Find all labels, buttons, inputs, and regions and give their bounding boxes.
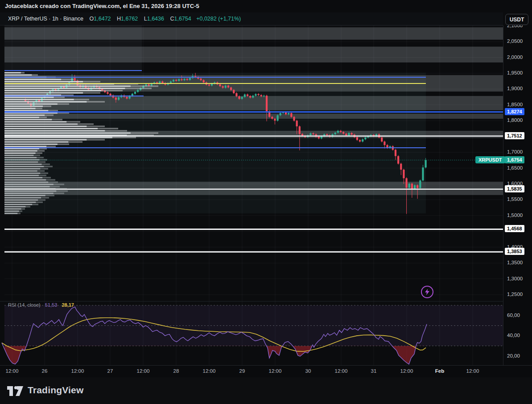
price-axis-label: 1,6500 <box>507 165 523 171</box>
price-level-badge: 1,8274 <box>505 108 524 115</box>
price-axis-label: 1,3500 <box>507 260 523 265</box>
price-axis-label: 2,1000 <box>507 25 523 28</box>
time-axis-label: 12:00 <box>335 368 348 374</box>
ohlc-high-value: 1,6762 <box>121 16 138 22</box>
symbol-toolbar: XRP / TetherUS · 1h · Binance O1,6472 H1… <box>0 12 503 25</box>
price-axis-label: 1,5500 <box>507 196 523 202</box>
time-axis-label: 12:00 <box>6 368 19 374</box>
time-axis-label: 12:00 <box>466 368 479 374</box>
price-level-badge: 1,3853 <box>505 248 524 255</box>
ohlc-open-label: O <box>90 16 94 22</box>
rsi-axis-label: 60,00 <box>507 312 520 318</box>
time-axis-label: 29 <box>239 368 245 374</box>
time-axis-label: 12:00 <box>400 368 413 374</box>
price-level-badge: 1,7512 <box>505 132 524 139</box>
time-axis-label: 12:00 <box>137 368 150 374</box>
price-axis-label: 1,3000 <box>507 276 523 281</box>
price-level-badge: 1,6754 <box>505 156 524 163</box>
time-axis-label: 12:00 <box>269 368 282 374</box>
price-axis-label: 1,8500 <box>507 102 523 107</box>
price-level-badge: 1,5835 <box>505 185 524 192</box>
price-axis-label: 1,7000 <box>507 149 523 154</box>
ohlc-close-value: 1,6754 <box>174 16 191 22</box>
price-axis[interactable]: 2,10002,05002,00001,95001,90001,85001,80… <box>503 25 532 365</box>
price-axis-label: 1,8000 <box>507 117 523 123</box>
time-axis-label: 30 <box>305 368 311 374</box>
time-axis[interactable]: 12:002612:002712:002812:002912:003012:00… <box>0 365 532 378</box>
rsi-ma-value: 28,17 <box>62 302 74 308</box>
time-axis-label: 27 <box>107 368 113 374</box>
price-axis-label: 2,0500 <box>507 38 523 44</box>
rsi-value: 51,53 <box>45 302 58 308</box>
time-axis-label: 12:00 <box>203 368 216 374</box>
rsi-axis-label: 40,00 <box>507 333 520 338</box>
price-axis-label: 1,9000 <box>507 86 523 91</box>
rsi-label: RSI (14, close) <box>8 302 41 308</box>
price-change: +0,0282 (+1,71%) <box>196 16 241 22</box>
session-overlay <box>4 25 142 73</box>
ohlc-low-label: L <box>144 16 147 22</box>
session-overlay <box>4 73 426 213</box>
rsi-indicator-legend[interactable]: RSI (14, close) 51,53 28,17 <box>8 302 74 308</box>
ohlc-high-label: H <box>117 16 121 22</box>
rsi-axis-label: 20,00 <box>507 353 520 358</box>
ohlc-open-value: 1,6472 <box>94 16 111 22</box>
boost-lightning-icon[interactable] <box>420 284 435 300</box>
attribution-banner: Jotaceblack creado con TradingView.com, … <box>0 0 532 12</box>
price-axis-label: 1,5000 <box>507 212 523 218</box>
time-axis-label: 28 <box>173 368 179 374</box>
tradingview-logo-text: TradingView <box>28 385 84 396</box>
currency-unit-button[interactable]: USDT <box>505 14 528 25</box>
current-price-symbol-label: XRPUSDT <box>475 156 505 163</box>
ohlc-low-value: 1,6436 <box>147 16 164 22</box>
time-axis-label: 12:00 <box>71 368 84 374</box>
price-level-badge: 1,4568 <box>505 225 524 232</box>
footer-bar: TradingView <box>0 377 532 404</box>
tradingview-logo-icon <box>6 384 24 398</box>
price-axis-label: 1,9500 <box>507 70 523 75</box>
time-axis-label: 26 <box>42 368 48 374</box>
symbol-description[interactable]: XRP / TetherUS · 1h · Binance <box>8 16 83 22</box>
attribution-text: Jotaceblack creado con TradingView.com, … <box>5 3 199 9</box>
price-axis-label: 2,0000 <box>507 54 523 60</box>
time-axis-label: Feb <box>435 368 444 374</box>
price-axis-label: 1,2500 <box>507 292 523 297</box>
tradingview-window: Jotaceblack creado con TradingView.com, … <box>0 0 532 404</box>
main-chart[interactable] <box>0 25 503 365</box>
time-axis-label: 31 <box>371 368 377 374</box>
